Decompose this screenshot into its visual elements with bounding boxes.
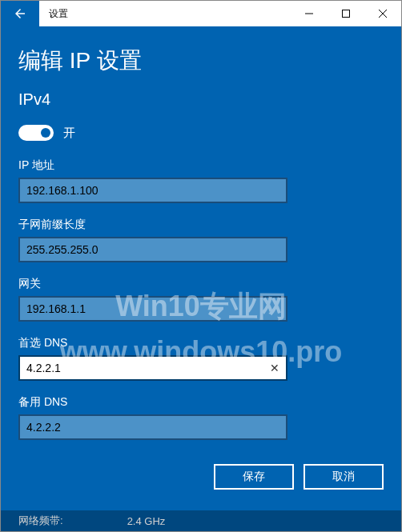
status-bar: 网络频带: 2.4 GHz <box>1 510 401 531</box>
content-area: 编辑 IP 设置 IPv4 开 IP 地址 子网前缀长度 网关 首选 DNS ✕… <box>1 26 401 440</box>
window-title: 设置 <box>39 1 291 26</box>
maximize-icon <box>342 10 350 18</box>
arrow-left-icon <box>13 6 27 21</box>
dns1-label: 首选 DNS <box>18 336 384 350</box>
close-button[interactable] <box>364 1 401 26</box>
cancel-button[interactable]: 取消 <box>304 464 384 490</box>
status-value: 2.4 GHz <box>127 515 166 527</box>
gateway-label: 网关 <box>18 277 384 291</box>
toggle-label: 开 <box>63 126 75 141</box>
page-subtitle: IPv4 <box>18 90 384 109</box>
ip-field: IP 地址 <box>18 158 384 203</box>
ipv4-toggle[interactable] <box>18 125 54 141</box>
status-label: 网络频带: <box>18 514 63 528</box>
dns1-input[interactable] <box>18 355 287 381</box>
ip-label: IP 地址 <box>18 158 384 173</box>
close-icon <box>379 10 387 18</box>
action-bar: 保存 取消 <box>1 454 401 502</box>
subnet-label: 子网前缀长度 <box>18 218 384 232</box>
back-button[interactable] <box>1 1 39 26</box>
clear-icon: ✕ <box>270 362 279 374</box>
dns2-input[interactable] <box>18 414 287 440</box>
ip-input[interactable] <box>18 178 287 203</box>
window-controls <box>291 1 401 26</box>
subnet-field: 子网前缀长度 <box>18 218 384 262</box>
title-bar: 设置 <box>1 1 401 26</box>
save-button[interactable]: 保存 <box>214 464 294 490</box>
clear-input-button[interactable]: ✕ <box>265 358 284 378</box>
maximize-button[interactable] <box>328 1 364 26</box>
svg-rect-1 <box>343 10 350 18</box>
subnet-input[interactable] <box>18 237 287 262</box>
dns2-field: 备用 DNS <box>18 395 384 440</box>
minimize-button[interactable] <box>291 1 328 26</box>
page-title: 编辑 IP 设置 <box>18 46 384 76</box>
gateway-input[interactable] <box>18 296 287 322</box>
minimize-icon <box>305 10 313 18</box>
gateway-field: 网关 <box>18 277 384 322</box>
dns1-field: 首选 DNS ✕ <box>18 336 384 381</box>
toggle-knob-icon <box>41 128 50 138</box>
dns2-label: 备用 DNS <box>18 395 384 410</box>
ipv4-toggle-row: 开 <box>18 125 384 141</box>
